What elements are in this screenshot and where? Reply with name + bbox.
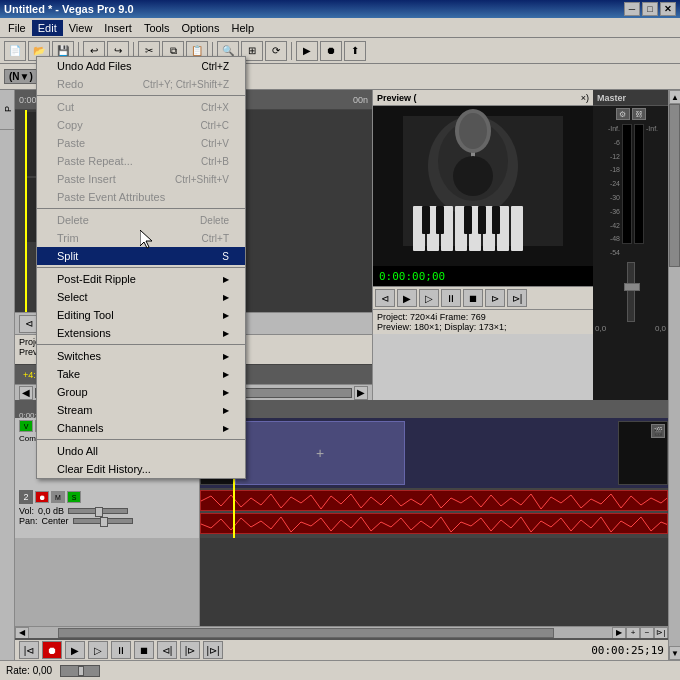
pb-play2-btn[interactable]: ▷ bbox=[88, 641, 108, 659]
audio-clip-top[interactable] bbox=[200, 490, 668, 511]
rate-label: Rate: 0,00 bbox=[6, 665, 52, 676]
preview-pause-btn[interactable]: ⏸ bbox=[441, 289, 461, 307]
scrollbar-left-arrow[interactable]: ◀ bbox=[15, 627, 29, 639]
pb-stop-btn[interactable]: ⏹ bbox=[134, 641, 154, 659]
h-scrollbar-track[interactable] bbox=[29, 628, 612, 638]
menu-channels[interactable]: Channels bbox=[37, 419, 245, 437]
menu-extensions[interactable]: Extensions bbox=[37, 324, 245, 342]
preview-close[interactable]: ×) bbox=[581, 93, 589, 103]
v-scrollbar-thumb[interactable] bbox=[669, 104, 680, 267]
preview-prev-btn[interactable]: ⊲ bbox=[375, 289, 395, 307]
master-fader-thumb[interactable] bbox=[624, 283, 640, 291]
preview-stats: Preview: 180×1; Display: 173×1; bbox=[377, 322, 589, 332]
minimize-button[interactable]: ─ bbox=[624, 2, 640, 16]
video-clip-main[interactable]: + bbox=[235, 421, 405, 485]
menu-post-edit-ripple[interactable]: Post-Edit Ripple bbox=[37, 270, 245, 288]
menu-undo[interactable]: Undo Add Files Ctrl+Z bbox=[37, 57, 245, 75]
v-scrollbar-track[interactable] bbox=[669, 104, 680, 646]
scroll-right-btn[interactable]: ▶ bbox=[354, 386, 368, 400]
h-scrollbar-thumb[interactable] bbox=[58, 628, 554, 638]
preview-end-btn[interactable]: ⊳| bbox=[507, 289, 527, 307]
empty-track-area bbox=[15, 538, 668, 626]
pb-play-btn[interactable]: ▶ bbox=[65, 641, 85, 659]
menu-paste-attrs: Paste Event Attributes bbox=[37, 188, 245, 206]
menu-switches[interactable]: Switches bbox=[37, 347, 245, 365]
menu-paste-repeat: Paste Repeat... Ctrl+B bbox=[37, 152, 245, 170]
preview-play2-btn[interactable]: ▷ bbox=[419, 289, 439, 307]
menu-tools[interactable]: Tools bbox=[138, 20, 176, 36]
capture-button[interactable]: ⏺ bbox=[320, 41, 342, 61]
pb-end-btn[interactable]: |⊳| bbox=[203, 641, 223, 659]
audio-track-record-btn[interactable]: ⏺ bbox=[35, 491, 49, 503]
timeline-h-scrollbar[interactable]: ◀ ▶ + − ⊳| bbox=[15, 626, 668, 638]
app-v-scrollbar[interactable]: ▲ ▼ bbox=[668, 90, 680, 660]
menu-undo-all[interactable]: Undo All bbox=[37, 442, 245, 460]
audio-clip-bottom[interactable] bbox=[200, 513, 668, 534]
pb-home-btn[interactable]: |⊲ bbox=[19, 641, 39, 659]
pb-pause-btn[interactable]: ⏸ bbox=[111, 641, 131, 659]
preview-play-btn[interactable]: ▶ bbox=[397, 289, 417, 307]
filmstrip-icon: 🎬 bbox=[651, 424, 665, 438]
preview-stop-btn[interactable]: ⏹ bbox=[463, 289, 483, 307]
vol-slider-thumb[interactable] bbox=[95, 507, 103, 517]
empty-track-controls bbox=[15, 538, 200, 626]
menu-paste: Paste Ctrl+V bbox=[37, 134, 245, 152]
loop-button[interactable]: ⟳ bbox=[265, 41, 287, 61]
master-gear-icon[interactable]: ⚙ bbox=[616, 108, 630, 120]
pan-slider[interactable] bbox=[73, 518, 133, 524]
scrollbar-plus-btn[interactable]: + bbox=[626, 627, 640, 639]
scrollbar-right-arrow[interactable]: ▶ bbox=[612, 627, 626, 639]
project-stats: Project: 720×4i Frame: 769 bbox=[377, 312, 589, 322]
window-controls: ─ □ ✕ bbox=[624, 2, 676, 16]
pan-slider-thumb[interactable] bbox=[100, 517, 108, 527]
track-vol-row: Vol: 0,0 dB bbox=[19, 506, 195, 516]
preview-controls: ⊲ ▶ ▷ ⏸ ⏹ ⊳ ⊳| bbox=[373, 286, 593, 309]
rate-slider-thumb[interactable] bbox=[78, 666, 84, 676]
pb-prev-btn[interactable]: ⊲| bbox=[157, 641, 177, 659]
preview-title: Preview ( bbox=[377, 93, 417, 103]
edit-mode-label: (N▼) bbox=[9, 71, 33, 82]
new-button[interactable]: 📄 bbox=[4, 41, 26, 61]
master-title: Master bbox=[597, 93, 626, 103]
preview-next-btn[interactable]: ⊳ bbox=[485, 289, 505, 307]
rate-slider[interactable] bbox=[60, 665, 100, 677]
preview-timecode: 0:00:00;00 bbox=[379, 270, 445, 283]
audio-solo-btn[interactable]: S bbox=[67, 491, 81, 503]
menu-take[interactable]: Take bbox=[37, 365, 245, 383]
menu-edit[interactable]: Edit bbox=[32, 20, 63, 36]
pb-record-btn[interactable]: ⏺ bbox=[42, 641, 62, 659]
menu-split[interactable]: Split S bbox=[37, 247, 245, 265]
menu-view[interactable]: View bbox=[63, 20, 99, 36]
menu-select[interactable]: Select bbox=[37, 288, 245, 306]
v-scroll-down[interactable]: ▼ bbox=[669, 646, 680, 660]
menu-stream[interactable]: Stream bbox=[37, 401, 245, 419]
track-number-badge: 2 bbox=[19, 490, 33, 504]
maximize-button[interactable]: □ bbox=[642, 2, 658, 16]
scrollbar-end-btn[interactable]: ⊳| bbox=[654, 627, 668, 639]
master-chain-icon[interactable]: ⛓ bbox=[632, 108, 646, 120]
master-fader-slider[interactable] bbox=[627, 262, 635, 322]
menu-group[interactable]: Group bbox=[37, 383, 245, 401]
sidebar-tab-p[interactable]: P bbox=[0, 90, 15, 130]
menu-redo: Redo Ctrl+Y; Ctrl+Shift+Z bbox=[37, 75, 245, 93]
menu-editing-tool[interactable]: Editing Tool bbox=[37, 306, 245, 324]
render-button[interactable]: ▶ bbox=[296, 41, 318, 61]
menu-clear-history[interactable]: Clear Edit History... bbox=[37, 460, 245, 478]
v-scroll-up[interactable]: ▲ bbox=[669, 90, 680, 104]
video-clip-end[interactable]: 🎬 bbox=[618, 421, 668, 485]
menu-options[interactable]: Options bbox=[176, 20, 226, 36]
scrollbar-minus-btn[interactable]: − bbox=[640, 627, 654, 639]
close-button[interactable]: ✕ bbox=[660, 2, 676, 16]
menu-help[interactable]: Help bbox=[225, 20, 260, 36]
menu-file[interactable]: File bbox=[2, 20, 32, 36]
menu-insert[interactable]: Insert bbox=[98, 20, 138, 36]
scroll-left-btn[interactable]: ◀ bbox=[19, 386, 33, 400]
vol-slider[interactable] bbox=[68, 508, 128, 514]
svg-rect-36 bbox=[464, 206, 472, 234]
sep-1 bbox=[37, 95, 245, 96]
pb-next-btn[interactable]: |⊳ bbox=[180, 641, 200, 659]
audio-mute-btn[interactable]: M bbox=[51, 491, 65, 503]
video-track-mute-btn[interactable]: V bbox=[19, 420, 33, 432]
export-button[interactable]: ⬆ bbox=[344, 41, 366, 61]
svg-rect-35 bbox=[436, 206, 444, 234]
